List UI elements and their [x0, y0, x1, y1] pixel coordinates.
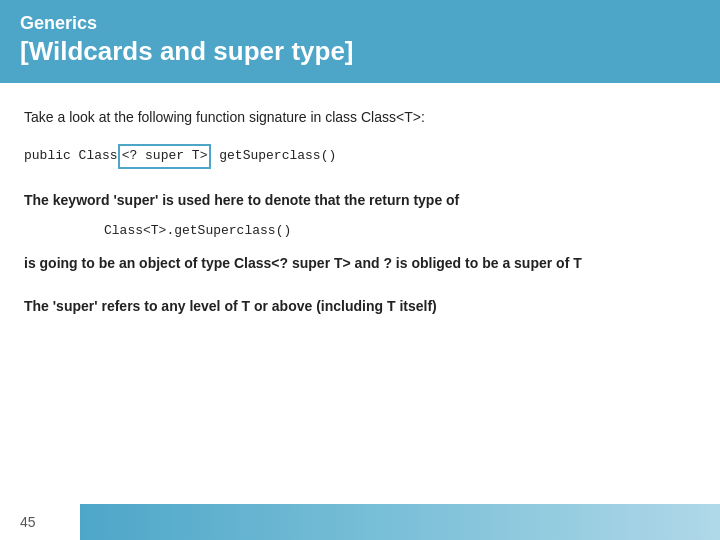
keyword-note: The keyword 'super' is used here to deno…: [24, 189, 696, 211]
main-content: Take a look at the following function si…: [0, 83, 720, 357]
code-wildcard: <? super T>: [118, 144, 212, 169]
code-indent-block: Class<T>.getSuperclass(): [104, 221, 696, 242]
code-signature: public Class<? super T> getSuperclass(): [24, 144, 696, 169]
header: Generics [Wildcards and super type]: [0, 0, 720, 83]
description-paragraph: is going to be an object of type Class<?…: [24, 252, 696, 274]
intro-paragraph: Take a look at the following function si…: [24, 107, 696, 128]
code-method: getSuperclass(): [211, 148, 336, 163]
footer: 45: [0, 504, 720, 540]
page-number: 45: [20, 514, 36, 530]
header-subtitle: Generics: [20, 12, 700, 35]
footer-gradient-bar: [80, 504, 720, 540]
footer-left: 45: [0, 504, 80, 540]
super-refers-paragraph: The 'super' refers to any level of T or …: [24, 295, 696, 317]
code-public-class: public Class: [24, 148, 118, 163]
header-title: [Wildcards and super type]: [20, 35, 700, 69]
